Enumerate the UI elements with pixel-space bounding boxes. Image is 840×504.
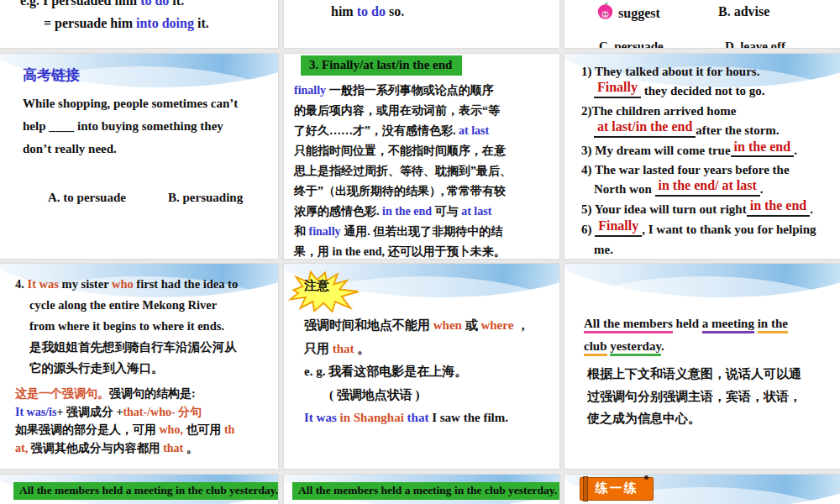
slide-practice[interactable]: 练一练	[564, 475, 840, 504]
slide-finally-usage[interactable]: 3. Finally/at last/in the end finally 一般…	[284, 54, 559, 259]
notice-line: 只用 that 。	[304, 338, 554, 361]
example-line: e. g. 我看这部电影是在上海。	[304, 360, 554, 384]
usage-line: 的最后项内容，或用在动词前，表示“等	[294, 101, 553, 121]
sentence-line: cycle along the entire Mekong River	[29, 295, 275, 316]
example-note-line: ( 强调地点状语 )	[329, 384, 554, 407]
slide-gaokao-link[interactable]: 高考链接 While shopping, people sometimes ca…	[0, 54, 278, 259]
slide-wave-decoration	[564, 264, 840, 299]
option-d-clipped: D. leave off	[725, 39, 785, 48]
gaokao-link-title: 高考链接	[23, 66, 80, 85]
example-sentence-line: It was in Shanghai that I saw the film.	[304, 407, 554, 430]
option-c-clipped: C. persuade	[599, 39, 664, 48]
usage-line: 果，用 in the end, 还可以用于预卜未来。	[294, 242, 553, 259]
usage-line: 终于”（出现所期待的结果）, 常常带有较	[294, 181, 553, 202]
slide-him-to-do[interactable]: him to do so.	[284, 0, 559, 48]
exercise-line: North won in the end/ at last.	[581, 180, 837, 200]
translation-line: 是我姐姐首先想到骑自行车沿湄公河从	[29, 337, 275, 358]
note-line: 如果强调的部分是人，可用 who, 也可用 th	[15, 421, 275, 439]
exercise-line: Finally they decided not to go.	[581, 81, 837, 102]
explanation-line: 使之成为信息中心。	[587, 407, 835, 430]
slide-fill-in-exercise[interactable]: 1) They talked about it for hours. Final…	[564, 54, 840, 259]
slide-notice[interactable]: 注意 强调时间和地点不能用 when 或 where ， 只用 that 。 e…	[284, 264, 559, 469]
question-line: help ____ into buying something they	[23, 115, 273, 138]
notice-line: 强调时间和地点不能用 when 或 where ，	[304, 314, 554, 338]
pink-face-icon	[596, 3, 614, 24]
example-line: him to do so.	[331, 2, 559, 22]
note-line: at, 强调其他成分与内容都用 that 。	[15, 439, 275, 458]
option-a-row: suggest	[596, 3, 660, 24]
usage-line: finally 一般指一系列事物或论点的顺序	[294, 81, 553, 101]
explanation-line: 根据上下文和语义意图，说话人可以通	[587, 363, 835, 386]
option-b-label: B. persuading	[168, 191, 243, 204]
usage-line: 浓厚的感情色彩. in the end 可与 at last	[294, 202, 553, 222]
slide-meeting-bar-center[interactable]: All the members held a meeting in the cl…	[284, 475, 559, 504]
exercise-line: 3) My dream will come truein the end.	[581, 141, 837, 161]
notice-star-label: 注意	[304, 278, 329, 294]
sentence-line: All the members held a meeting in the	[584, 312, 835, 335]
slide-suggest-options[interactable]: suggest B. advise C. persuade D. leave o…	[564, 0, 840, 48]
green-highlight-header: 3. Finally/at last/in the end	[301, 55, 462, 76]
slide-meeting-sentence[interactable]: All the members held a meeting in the cl…	[564, 264, 840, 469]
question-line: While shopping, people sometimes can’t	[23, 92, 273, 115]
option-a-label: suggest	[618, 6, 660, 21]
banner-dot	[644, 475, 648, 480]
example-line: e.g. I persuaded him to do it.	[20, 0, 278, 12]
explanation-line: 过强调句分别强调主语，宾语，状语，	[587, 386, 835, 408]
option-a-label: A. to persuade	[48, 186, 168, 209]
exercise-line: 6) Finally, I want to thank you for help…	[581, 220, 837, 240]
exercise-line: at last/in the endafter the storm.	[581, 121, 837, 141]
note-line: 这是一个强调句。强调句的结构是:	[15, 385, 275, 403]
usage-line: 了好久……才”，没有感情色彩. at last	[294, 121, 553, 141]
highlighted-sentence-bar: All the members held a meeting in the cl…	[13, 482, 278, 500]
example-line: = persuade him into doing it.	[44, 12, 278, 34]
translation-line: 它的源头行走到入海口。	[29, 358, 275, 379]
exercise-line: 2)The children arrived home	[581, 102, 837, 121]
option-b-label: B. advise	[718, 4, 769, 19]
butterfly-icon	[48, 255, 100, 259]
usage-line: 只能指时间位置，不能指时间顺序，在意	[294, 141, 553, 161]
exercise-line: me.	[581, 240, 837, 259]
exercise-line: 1) They talked about it for hours.	[581, 62, 837, 81]
slide-meeting-bar-left[interactable]: All the members held a meeting in the cl…	[0, 475, 278, 504]
exercise-line: 5) Your idea will turn out rightin the e…	[581, 200, 837, 220]
sentence-line: 4. It was my sister who first had the id…	[15, 274, 275, 295]
exercise-line: 4) The war lasted four years before the	[581, 160, 837, 180]
sentence-line: club yesterday.	[584, 335, 835, 358]
usage-line: 思上是指经过周折、等待、耽搁到”最后、	[294, 161, 553, 181]
slide-persuade-example[interactable]: e.g. I persuaded him to do it. = persuad…	[0, 0, 278, 48]
slide-sorter-grid: e.g. I persuaded him to do it. = persuad…	[0, 0, 840, 504]
practice-banner: 练一练	[580, 477, 654, 501]
options-row-ab: A. to persuadeB. persuading	[23, 164, 273, 232]
note-line: It was/is+ 强调成分 +that-/who- 分句	[15, 403, 275, 422]
slide-emphasis-structure[interactable]: 4. It was my sister who first had the id…	[0, 264, 278, 469]
highlighted-sentence-bar: All the members held a meeting in the cl…	[292, 482, 559, 500]
question-line: don’t really need.	[23, 138, 273, 160]
sentence-line: from where it begins to where it ends.	[29, 316, 275, 337]
usage-line: 和 finally 通用. 但若出现了非期待中的结	[294, 222, 553, 242]
options-row-cd: being persuadeD. be persuaded	[23, 232, 273, 259]
practice-banner-label: 练一练	[580, 480, 653, 496]
